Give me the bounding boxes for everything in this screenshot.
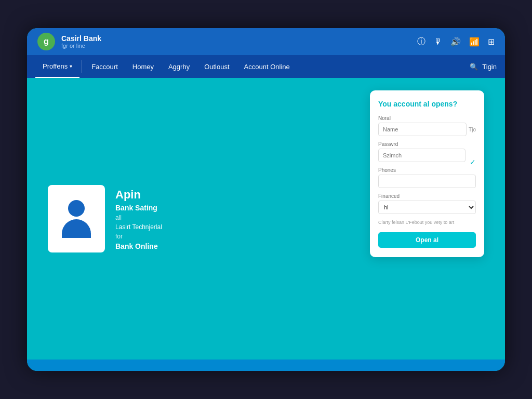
nav-item-aggrhy[interactable]: Aggrhy bbox=[161, 55, 197, 78]
screen: g Casirl Bank fgr or line ⓘ 🎙 🔊 📶 ⊞ Prof… bbox=[27, 28, 505, 371]
bank-name-block: Casirl Bank fgr or line bbox=[61, 34, 101, 49]
bank-name: Casirl Bank bbox=[61, 34, 101, 43]
grid-icon[interactable]: ⊞ bbox=[488, 37, 495, 47]
top-bar: g Casirl Bank fgr or line ⓘ 🎙 🔊 📶 ⊞ bbox=[27, 28, 505, 55]
main-content: Apin Bank Sating all Lasirt Technjerlal … bbox=[27, 78, 505, 360]
password-field-group: Passwrd bbox=[378, 141, 466, 162]
nav-bar: Proffens ▾ Faccourt Homey Aggrhy Outlous… bbox=[27, 55, 505, 78]
nav-item-proffens[interactable]: Proffens ▾ bbox=[35, 55, 79, 78]
top-bar-left: g Casirl Bank fgr or line bbox=[37, 33, 101, 50]
avatar-icon bbox=[58, 198, 95, 240]
profile-desc: Lasirt Technjerlal bbox=[115, 223, 162, 231]
profile-name: Apin bbox=[115, 188, 162, 202]
nav-item-homey[interactable]: Homey bbox=[125, 55, 161, 78]
mic-icon[interactable]: 🎙 bbox=[434, 37, 442, 46]
profile-text: Apin Bank Sating all Lasirt Technjerlal … bbox=[115, 185, 162, 250]
finance-field-group: Financed hl bbox=[378, 193, 476, 214]
open-account-button[interactable]: Open al bbox=[378, 232, 476, 248]
password-row: Passwrd ✓ bbox=[378, 141, 476, 167]
avatar-body bbox=[62, 219, 91, 238]
form-note: Clarty felsan L'Febout you vety to art bbox=[378, 219, 476, 226]
account-card: You account al opens? Noral Tjo Passwrd … bbox=[370, 90, 484, 257]
top-bar-icons: ⓘ 🎙 🔊 📶 ⊞ bbox=[417, 36, 495, 47]
checkmark-icon: ✓ bbox=[470, 158, 476, 166]
finance-select[interactable]: hl bbox=[378, 201, 476, 214]
password-input[interactable] bbox=[378, 149, 466, 162]
phone-field-group: Phones bbox=[378, 167, 476, 188]
nav-search-login[interactable]: 🔍 Tigin bbox=[470, 63, 497, 71]
volume-icon[interactable]: 🔊 bbox=[450, 37, 461, 47]
profile-sub3: for bbox=[115, 233, 162, 240]
profile-title: Bank Sating bbox=[115, 204, 162, 212]
info-icon[interactable]: ⓘ bbox=[417, 36, 425, 47]
name-field-group: Noral Tjo bbox=[378, 115, 476, 136]
signal-icon: 📶 bbox=[469, 37, 480, 47]
finance-label: Financed bbox=[378, 193, 476, 199]
name-suffix: Tjo bbox=[469, 127, 476, 132]
card-title: You account al opens? bbox=[378, 100, 476, 108]
nav-divider bbox=[82, 60, 82, 73]
avatar-card bbox=[48, 185, 105, 252]
chevron-down-icon: ▾ bbox=[70, 63, 72, 69]
footer bbox=[27, 360, 505, 371]
avatar-head bbox=[68, 200, 85, 217]
nav-item-account-online[interactable]: Account Online bbox=[237, 55, 297, 78]
phone-label: Phones bbox=[378, 167, 476, 173]
profile-sub1: all bbox=[115, 214, 162, 221]
name-label: Noral bbox=[378, 115, 476, 121]
nav-item-faccourt[interactable]: Faccourt bbox=[84, 55, 125, 78]
phone-input[interactable] bbox=[378, 175, 476, 188]
search-icon[interactable]: 🔍 bbox=[470, 63, 478, 71]
bank-sub: fgr or line bbox=[61, 43, 101, 49]
password-label: Passwrd bbox=[378, 141, 466, 147]
nav-item-outloust[interactable]: Outloust bbox=[197, 55, 236, 78]
profile-section: Apin Bank Sating all Lasirt Technjerlal … bbox=[48, 185, 162, 252]
profile-highlight: Bank Online bbox=[115, 242, 162, 250]
login-label[interactable]: Tigin bbox=[482, 63, 497, 71]
bank-logo: g bbox=[37, 33, 55, 50]
name-input[interactable] bbox=[378, 123, 467, 136]
